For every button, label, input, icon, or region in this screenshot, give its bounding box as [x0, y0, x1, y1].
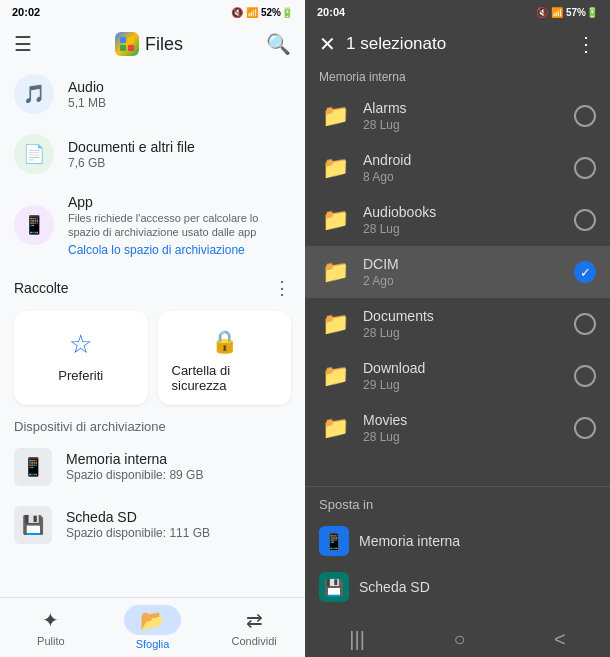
folder-audiobooks-name: Audiobooks [363, 204, 562, 220]
collections-more-icon[interactable]: ⋮ [273, 277, 291, 299]
status-bar-left: 20:02 🔇 📶 52%🔋 [0, 0, 305, 24]
left-panel: 20:02 🔇 📶 52%🔋 ☰ Files 🔍 🎵 [0, 0, 305, 657]
nav-browse[interactable]: 📂 Sfoglia [102, 598, 204, 657]
folder-icon-dcim: 📁 [319, 256, 351, 288]
move-to-sd[interactable]: 💾 Scheda SD [319, 564, 596, 610]
checkbox-android[interactable] [574, 157, 596, 179]
move-section: Sposta in 📱 Memoria interna 💾 Scheda SD [305, 486, 610, 620]
sd-card-name: Scheda SD [66, 509, 291, 525]
svg-rect-2 [120, 45, 126, 51]
app-title-text: Files [145, 34, 183, 55]
sd-card-icon: 💾 [14, 506, 52, 544]
location-label: Memoria interna [305, 64, 610, 90]
files-logo-icon [115, 32, 139, 56]
collections-header: Raccolte ⋮ [0, 267, 305, 305]
folder-alarms-date: 28 Lug [363, 118, 562, 132]
app-icon: 📱 [14, 205, 54, 245]
app-link[interactable]: Calcola lo spazio di archiviazione [68, 243, 291, 257]
documents-title: Documenti e altri file [68, 139, 291, 155]
app-info: App Files richiede l'accesso per calcola… [68, 194, 291, 257]
folder-audiobooks-date: 28 Lug [363, 222, 562, 236]
app-item[interactable]: 📱 App Files richiede l'accesso per calco… [0, 184, 305, 267]
audio-info: Audio 5,1 MB [68, 79, 291, 110]
wifi-icon-right: 📶 [551, 7, 563, 18]
nav-clean[interactable]: ✦ Pulito [0, 598, 102, 657]
signal-icon-right: 🔇 [536, 7, 548, 18]
svg-rect-1 [128, 37, 134, 43]
browse-label: Sfoglia [136, 638, 170, 650]
folder-android[interactable]: 📁 Android 8 Ago [305, 142, 610, 194]
right-panel: 20:04 🔇 📶 57%🔋 ✕ 1 selezionato ⋮ Memoria… [305, 0, 610, 657]
checkbox-download[interactable] [574, 365, 596, 387]
checkbox-movies[interactable] [574, 417, 596, 439]
folder-audiobooks[interactable]: 📁 Audiobooks 28 Lug [305, 194, 610, 246]
menu-icon[interactable]: ☰ [14, 32, 32, 56]
folder-documents-date: 28 Lug [363, 326, 562, 340]
checkbox-documents[interactable] [574, 313, 596, 335]
security-label: Cartella di sicurezza [172, 363, 278, 393]
close-button[interactable]: ✕ [319, 32, 336, 56]
folder-documents-info: Documents 28 Lug [363, 308, 562, 340]
folder-dcim-name: DCIM [363, 256, 562, 272]
status-bar-right: 20:04 🔇 📶 57%🔋 [305, 0, 610, 24]
browse-icon: 📂 [140, 609, 165, 631]
content-left: 🎵 Audio 5,1 MB 📄 Documenti e altri file … [0, 64, 305, 657]
checkbox-audiobooks[interactable] [574, 209, 596, 231]
system-nav-right: ||| ○ < [305, 620, 610, 657]
folder-download[interactable]: 📁 Download 29 Lug [305, 350, 610, 402]
wifi-icon: 📶 [246, 7, 258, 18]
clean-icon: ✦ [42, 608, 59, 632]
folder-movies-name: Movies [363, 412, 562, 428]
nav-back-right[interactable]: < [538, 624, 582, 655]
audio-icon: 🎵 [14, 74, 54, 114]
folder-movies[interactable]: 📁 Movies 28 Lug [305, 402, 610, 454]
status-icons-left: 🔇 📶 52%🔋 [231, 7, 293, 18]
internal-storage-info: Memoria interna Spazio disponibile: 89 G… [66, 451, 291, 482]
search-icon[interactable]: 🔍 [266, 32, 291, 56]
security-card[interactable]: 🔒 Cartella di sicurezza [158, 311, 292, 405]
folder-icon-audiobooks: 📁 [319, 204, 351, 236]
nav-recents-right[interactable]: ||| [333, 624, 381, 655]
move-internal-icon: 📱 [319, 526, 349, 556]
favorites-icon: ☆ [69, 329, 92, 360]
nav-home-right[interactable]: ○ [437, 624, 481, 655]
security-icon: 🔒 [211, 329, 238, 355]
folder-alarms[interactable]: 📁 Alarms 28 Lug [305, 90, 610, 142]
sd-card-item[interactable]: 💾 Scheda SD Spazio disponibile: 111 GB [0, 496, 305, 554]
more-options-button[interactable]: ⋮ [576, 32, 596, 56]
time-right: 20:04 [317, 6, 345, 18]
favorites-label: Preferiti [58, 368, 103, 383]
documents-size: 7,6 GB [68, 156, 291, 170]
checkbox-dcim[interactable]: ✓ [574, 261, 596, 283]
audio-item[interactable]: 🎵 Audio 5,1 MB [0, 64, 305, 124]
folder-android-date: 8 Ago [363, 170, 562, 184]
internal-storage-item[interactable]: 📱 Memoria interna Spazio disponibile: 89… [0, 438, 305, 496]
folder-audiobooks-info: Audiobooks 28 Lug [363, 204, 562, 236]
folder-icon-movies: 📁 [319, 412, 351, 444]
folder-download-name: Download [363, 360, 562, 376]
folder-movies-date: 28 Lug [363, 430, 562, 444]
app-desc: Files richiede l'accesso per calcolare l… [68, 211, 291, 240]
collections-title: Raccolte [14, 280, 68, 296]
folder-dcim[interactable]: 📁 DCIM 2 Ago ✓ [305, 246, 610, 298]
folder-android-name: Android [363, 152, 562, 168]
move-to-internal[interactable]: 📱 Memoria interna [319, 518, 596, 564]
folder-download-date: 29 Lug [363, 378, 562, 392]
folder-icon-documents: 📁 [319, 308, 351, 340]
header-right: ✕ 1 selezionato ⋮ [305, 24, 610, 64]
move-internal-label: Memoria interna [359, 533, 460, 549]
folder-documents[interactable]: 📁 Documents 28 Lug [305, 298, 610, 350]
folder-alarms-info: Alarms 28 Lug [363, 100, 562, 132]
devices-section-title: Dispositivi di archiviazione [0, 415, 305, 438]
nav-share[interactable]: ⇄ Condividi [203, 598, 305, 657]
sd-card-sub: Spazio disponibile: 111 GB [66, 526, 291, 540]
share-label: Condividi [232, 635, 277, 647]
favorites-card[interactable]: ☆ Preferiti [14, 311, 148, 405]
checkbox-alarms[interactable] [574, 105, 596, 127]
status-icons-right: 🔇 📶 57%🔋 [536, 7, 598, 18]
internal-storage-sub: Spazio disponibile: 89 GB [66, 468, 291, 482]
documents-item[interactable]: 📄 Documenti e altri file 7,6 GB [0, 124, 305, 184]
time-left: 20:02 [12, 6, 40, 18]
documents-info: Documenti e altri file 7,6 GB [68, 139, 291, 170]
move-sd-label: Scheda SD [359, 579, 430, 595]
